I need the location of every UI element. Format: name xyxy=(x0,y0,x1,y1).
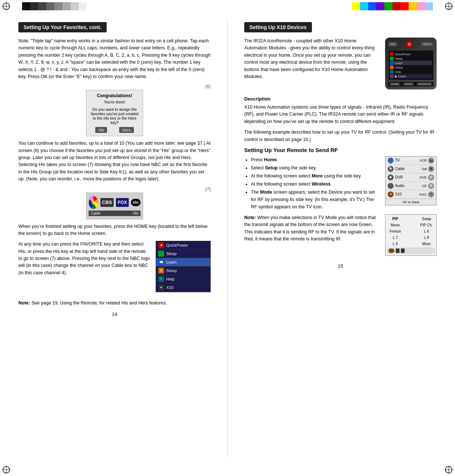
menu-label-help: Help xyxy=(166,277,175,281)
help-icon: ? xyxy=(158,276,164,282)
his-button[interactable]: His xyxy=(95,127,107,133)
rs-label-quickpower: QuickPower xyxy=(395,53,411,56)
favorite-btn[interactable]: FAVORITE xyxy=(417,82,432,86)
remote-bottom-bar: HOME MODE FAVORITE xyxy=(388,82,434,87)
pip-cell-l6: L 6 xyxy=(418,229,435,234)
page-content: Setting Up Your Favorites, cont. Note: "… xyxy=(15,18,440,458)
rs-label-help: Help xyxy=(395,70,401,74)
pip-cell-freeze: Freeze xyxy=(387,229,404,234)
left-column: Setting Up Your Favorites, cont. Note: "… xyxy=(15,18,214,458)
dvd-label: DVD xyxy=(420,176,427,179)
aux1-label: Aux1 xyxy=(419,193,427,196)
screen-6-congrats: Congratulations! You're done! Do you wan… xyxy=(86,90,143,136)
rs-icon-sleep xyxy=(390,57,394,60)
pip-cell-move: Move xyxy=(387,222,404,228)
pip-cell-more: More xyxy=(418,241,435,247)
swatch-6 xyxy=(63,2,71,10)
congrats-body: Do you want to assign the favorites you'… xyxy=(89,107,140,125)
hers-button[interactable]: Hers xyxy=(119,127,134,133)
menu-label-learn: Learn xyxy=(166,260,177,264)
left-para3: When you’re finished setting up your fav… xyxy=(18,223,211,237)
fig6-label: (6) xyxy=(18,84,211,89)
remote-screen: QuickPower Sleep Learn Setup xyxy=(388,50,434,80)
left-section-header: Setting Up Your Favorites, cont. xyxy=(18,22,211,38)
setup-icon: ⚙ xyxy=(158,268,164,274)
swatch-r2 xyxy=(360,2,368,10)
rs-item-setup: Setup xyxy=(390,65,432,70)
left-para4: At any time you can press the FAVORITE k… xyxy=(18,241,150,276)
reg-mark-br xyxy=(445,466,453,474)
color-bar-right xyxy=(352,2,433,10)
rs-item-sleep: Sleep xyxy=(390,56,432,61)
right-note-text: When you make selections in TV Mode you … xyxy=(244,215,376,241)
right-para2: X10 Home Automation systems use three ty… xyxy=(244,104,437,125)
rf-mode-screen: 📺 TV VCR 🎬 📡 Cable Sat 🛰 ⏺ DVR DVD 💿 🎵 A… xyxy=(385,156,437,205)
learn-icon: 📖 xyxy=(158,259,164,265)
right-section-header: Setting Up X10 Devices xyxy=(244,22,437,38)
swatch-r4 xyxy=(376,2,384,10)
rs-item-quickpower: QuickPower xyxy=(390,52,432,56)
audio-icon-circle: 🎵 xyxy=(388,183,394,189)
pip-bottom-bar xyxy=(387,247,435,254)
pip-cell-l8: L 8 xyxy=(418,235,435,240)
menu-item-x10: ✦ X10 xyxy=(156,283,210,292)
rs-icon-setup xyxy=(390,66,394,69)
vcr-icon: 🎬 xyxy=(428,158,434,163)
swatch-5 xyxy=(54,2,63,10)
menu-label-quickpower: QuickPower xyxy=(166,243,188,247)
home-btn[interactable]: HOME xyxy=(390,82,400,86)
x10-icon: ✦ xyxy=(158,285,164,290)
audio-label: Audio xyxy=(395,184,422,188)
pip-cell-l7: L 7 xyxy=(387,235,404,240)
x10-icon-circle: ✦ xyxy=(388,191,394,197)
x10-mode-label: X10 xyxy=(395,192,419,196)
rs-label-learn: Learn xyxy=(395,61,402,65)
rs-icon-cable xyxy=(390,74,394,78)
pip-row-2: Move PIP Ch. xyxy=(387,222,435,228)
cable-label: Cable xyxy=(91,211,100,215)
left-note: Note: See page 19, Using the Remote, for… xyxy=(18,300,211,307)
remote-image: HIS ⏻ HERS QuickPower Sleep Lear xyxy=(385,38,437,89)
pip-row-1: PIP Swap xyxy=(387,216,435,222)
rf-section-heading: Setting Up Your Remote to Send RF xyxy=(244,147,437,153)
menu-label-sleep: Sleep xyxy=(166,251,177,256)
pip-cell-l9: L 9 xyxy=(387,241,404,247)
right-note-bold: Note: xyxy=(244,215,256,220)
swatch-8 xyxy=(79,2,87,10)
remote-body: HIS ⏻ HERS QuickPower Sleep Lear xyxy=(385,38,437,89)
menu-screen: ⚡ QuickPower 💤 Sleep 📖 Learn ⚙ Setup ? xyxy=(156,241,211,292)
dvr-label: DVR xyxy=(395,175,420,179)
column-divider xyxy=(227,18,228,458)
remote-power-btn[interactable]: ⏻ xyxy=(405,40,413,48)
menu-item-learn[interactable]: 📖 Learn xyxy=(156,258,210,267)
menu-label-x10: X10 xyxy=(166,285,174,290)
pip-cell-pip: PIP xyxy=(387,216,404,222)
logos-row: CBS FOX abc xyxy=(89,196,141,209)
rf-tv-row: 📺 TV VCR 🎬 xyxy=(385,156,436,165)
congrats-buttons-row: His Hers xyxy=(89,127,140,133)
right-page-num: 15 xyxy=(244,263,437,269)
swatch-r5 xyxy=(384,2,392,10)
mode-btn[interactable]: MODE xyxy=(403,82,414,86)
menu-item-sleep: 💤 Sleep xyxy=(156,250,210,258)
left-para2: You can continue to add favorites, up to… xyxy=(18,140,211,183)
pip-icon-1 xyxy=(388,248,394,253)
pip-icon-3 xyxy=(401,248,405,253)
note-bold: Note: xyxy=(18,300,30,306)
menu-item-setup: ⚙ Setup xyxy=(156,267,210,275)
note-text: See page 19, Using the Remote, for relat… xyxy=(31,300,167,306)
swatch-r10 xyxy=(425,2,433,10)
tv-icon-circle: 📺 xyxy=(388,158,394,163)
congrats-sub: You're done! xyxy=(89,100,140,104)
menu-label-setup: Setup xyxy=(166,268,177,273)
aux1-icon: ? xyxy=(428,191,434,197)
sat-label: Sat xyxy=(422,167,427,171)
swatch-r3 xyxy=(368,2,376,10)
abc-logo: abc xyxy=(131,199,141,206)
rs-label-sleep: Sleep xyxy=(395,57,402,60)
pip-screen: PIP Swap Move PIP Ch. Freeze L 6 L 7 L 8… xyxy=(385,214,437,256)
congrats-title: Congratulations! xyxy=(89,93,140,98)
menu-item-quickpower: ⚡ QuickPower xyxy=(156,241,210,250)
right-column: Setting Up X10 Devices HIS ⏻ HERS QuickP… xyxy=(241,18,440,458)
pip-cell-swap: Swap xyxy=(418,216,435,222)
